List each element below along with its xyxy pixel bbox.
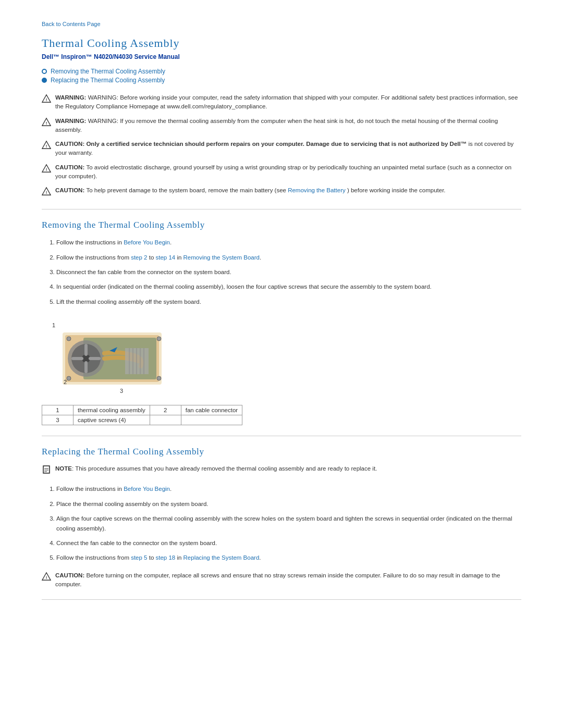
divider-2	[42, 436, 521, 436]
part-num-4	[150, 415, 181, 425]
step5-link[interactable]: step 5	[131, 554, 147, 561]
removing-step-2: Follow the instructions from step 2 to s…	[56, 253, 521, 262]
back-link-text: Back to Contents Page	[42, 21, 101, 27]
warning-icon-1: !	[42, 94, 51, 106]
toc-item-replacing: Replacing the Thermal Cooling Assembly	[42, 77, 521, 84]
toc-bullet-1	[42, 69, 47, 74]
svg-text:!: !	[46, 144, 47, 149]
toc-link-removing[interactable]: Removing the Thermal Cooling Assembly	[51, 68, 165, 75]
svg-text:!: !	[46, 190, 47, 195]
parts-table-row-2: 3 captive screws (4)	[42, 415, 242, 425]
parts-table: 1 thermal cooling assembly 2 fan cable c…	[42, 405, 242, 425]
svg-point-29	[67, 376, 71, 380]
callout-1: 1	[52, 322, 55, 328]
page-subtitle: Dell™ Inspiron™ N4020/N4030 Service Manu…	[42, 53, 521, 60]
caution-block-end: ! CAUTION: Before turning on the compute…	[42, 571, 521, 589]
caution-text-1: CAUTION: Only a certified service techni…	[55, 140, 521, 158]
removing-system-board-link-1[interactable]: Removing the System Board	[183, 254, 260, 261]
callout-3: 3	[120, 388, 123, 394]
removing-step-3: Disconnect the fan cable from the connec…	[56, 267, 521, 277]
warning-text-1: WARNING: WARNING: Before working inside …	[55, 93, 521, 112]
warning-icon-2: !	[42, 117, 51, 129]
toc-item-removing: Removing the Thermal Cooling Assembly	[42, 68, 521, 75]
removing-step-1: Follow the instructions in Before You Be…	[56, 238, 521, 247]
removing-battery-link[interactable]: Removing the Battery	[288, 187, 346, 193]
caution-icon-2: !	[42, 164, 51, 176]
note-icon-1	[42, 465, 51, 477]
replacing-step-1: Follow the instructions in Before You Be…	[56, 484, 521, 493]
callout-2: 2	[64, 379, 67, 385]
caution-text-2: CAUTION: To avoid electrostatic discharg…	[55, 163, 521, 181]
before-you-begin-link-2[interactable]: Before You Begin	[124, 486, 170, 492]
assembly-image-container: 1 2 3	[52, 322, 172, 397]
removing-step-4: In sequential order (indicated on the th…	[56, 282, 521, 291]
part-num-2: 2	[150, 405, 181, 415]
before-you-begin-link-1[interactable]: Before You Begin	[124, 239, 170, 245]
replacing-step-2: Place the thermal cooling assembly on th…	[56, 499, 521, 509]
divider-3	[42, 599, 521, 600]
replacing-step-5: Follow the instructions from step 5 to s…	[56, 553, 521, 562]
note-block-1: NOTE: This procedure assumes that you ha…	[42, 464, 521, 477]
caution-icon-end: !	[42, 572, 51, 584]
svg-text:!: !	[46, 167, 47, 171]
table-of-contents: Removing the Thermal Cooling Assembly Re…	[42, 68, 521, 84]
svg-point-28	[157, 337, 161, 341]
removing-steps-list: Follow the instructions in Before You Be…	[42, 238, 521, 306]
caution-icon-1: !	[42, 140, 51, 152]
removing-step-5: Lift the thermal cooling assembly off th…	[56, 297, 521, 306]
removing-section-title: Removing the Thermal Cooling Assembly	[42, 220, 521, 230]
svg-text:!: !	[46, 97, 47, 102]
back-to-contents-link[interactable]: Back to Contents Page	[42, 21, 521, 27]
step14-link[interactable]: step 14	[155, 254, 175, 261]
part-label-1: thermal cooling assembly	[74, 405, 150, 415]
replacing-system-board-link[interactable]: Replacing the System Board	[183, 554, 260, 561]
page-title: Thermal Cooling Assembly	[42, 36, 521, 50]
part-label-4	[181, 415, 242, 425]
step2-link[interactable]: step 2	[131, 254, 147, 261]
warning-text-2: WARNING: WARNING: If you remove the ther…	[55, 117, 521, 135]
svg-point-30	[157, 376, 161, 380]
caution-block-2: ! CAUTION: To avoid electrostatic discha…	[42, 163, 521, 181]
toc-link-replacing[interactable]: Replacing the Thermal Cooling Assembly	[51, 77, 165, 84]
replacing-steps-list: Follow the instructions in Before You Be…	[42, 484, 521, 562]
parts-table-row-1: 1 thermal cooling assembly 2 fan cable c…	[42, 405, 242, 415]
part-num-3: 3	[42, 415, 74, 425]
divider-1	[42, 209, 521, 209]
caution-block-3: ! CAUTION: To help prevent damage to the…	[42, 186, 521, 199]
part-label-3: captive screws (4)	[74, 415, 150, 425]
warning-block-2: ! WARNING: WARNING: If you remove the th…	[42, 117, 521, 135]
caution-block-1: ! CAUTION: Only a certified service tech…	[42, 140, 521, 158]
assembly-svg	[52, 322, 172, 395]
part-label-2: fan cable connector	[181, 405, 242, 415]
svg-point-27	[67, 337, 71, 341]
step18-link[interactable]: step 18	[155, 554, 175, 561]
toc-bullet-2	[42, 78, 47, 83]
svg-text:!: !	[46, 120, 47, 125]
replacing-step-4: Connect the fan cable to the connector o…	[56, 538, 521, 548]
replacing-step-3: Align the four captive screws on the the…	[56, 514, 521, 533]
note-text-1: NOTE: This procedure assumes that you ha…	[55, 464, 377, 473]
caution-icon-3: !	[42, 187, 51, 199]
warning-block-1: ! WARNING: WARNING: Before working insid…	[42, 93, 521, 112]
caution-text-3: CAUTION: To help prevent damage to the s…	[55, 186, 446, 195]
replacing-section-title: Replacing the Thermal Cooling Assembly	[42, 447, 521, 457]
caution-text-end: CAUTION: Before turning on the computer,…	[55, 571, 521, 589]
part-num-1: 1	[42, 405, 74, 415]
svg-text:!: !	[46, 575, 47, 580]
